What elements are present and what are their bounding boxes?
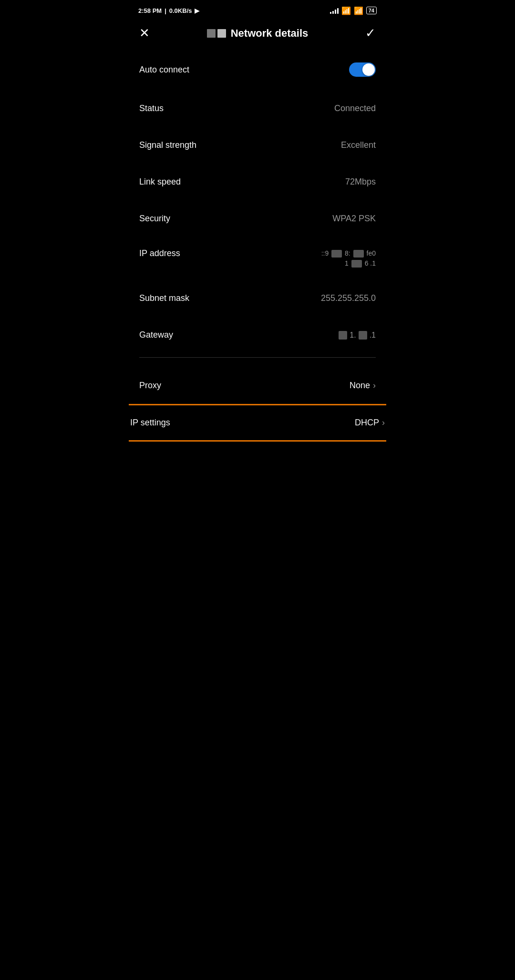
wifi-icon: 📶 [341, 6, 351, 15]
battery-level: 74 [369, 8, 374, 13]
page-header: ✕ Network details ✓ [129, 19, 386, 49]
time-label: 2:58 PM [138, 7, 162, 14]
header-title-area: Network details [207, 27, 309, 40]
status-row: Status Connected [139, 90, 376, 127]
status-bar-right: 📶 📶 74 [330, 6, 377, 15]
status-label: Status [139, 103, 164, 113]
bar2 [332, 11, 334, 14]
link-speed-label: Link speed [139, 177, 181, 187]
toggle-knob [362, 63, 375, 76]
subnet-mask-row: Subnet mask 255.255.255.0 [139, 280, 376, 317]
security-value: WPA2 PSK [332, 214, 376, 224]
proxy-label: Proxy [139, 381, 161, 391]
auto-connect-toggle[interactable] [349, 62, 376, 77]
status-bar-left: 2:58 PM | 0.0KB/s ▶ [138, 7, 199, 14]
signal-bars-icon [330, 7, 339, 14]
ip-settings-label: IP settings [130, 418, 170, 428]
gateway-value: 1. .1 [338, 331, 376, 340]
bar3 [335, 10, 336, 14]
page-title: Network details [231, 27, 309, 40]
speed-label: 0.0KB/s [169, 7, 192, 14]
section-divider [139, 357, 376, 358]
bar4 [337, 8, 339, 14]
network-icon [207, 29, 226, 38]
status-bar: 2:58 PM | 0.0KB/s ▶ 📶 📶 74 [129, 0, 386, 19]
signal-strength-value: Excellent [341, 140, 376, 150]
proxy-chevron-icon: › [373, 381, 376, 391]
ip-address-value: ::9 8: fe0 1 6 .1 [321, 248, 376, 268]
auto-connect-label: Auto connect [139, 65, 189, 75]
gateway-label: Gateway [139, 330, 173, 340]
network-details-content: Auto connect Status Connected Signal str… [129, 49, 386, 404]
ip-address-row: IP address ::9 8: fe0 1 6 .1 [139, 237, 376, 280]
link-speed-row: Link speed 72Mbps [139, 164, 376, 200]
wifi-icon-2: 📶 [354, 6, 363, 15]
proxy-value-area: None › [350, 381, 376, 391]
status-value: Connected [334, 103, 376, 113]
gateway-row: Gateway 1. .1 [139, 317, 376, 353]
confirm-button[interactable]: ✓ [365, 26, 376, 41]
security-label: Security [139, 214, 170, 224]
ip-address-label: IP address [139, 248, 180, 258]
close-button[interactable]: ✕ [139, 26, 150, 41]
security-row: Security WPA2 PSK [139, 200, 376, 237]
subnet-mask-value: 255.255.255.0 [321, 293, 376, 303]
video-icon: ▶ [195, 7, 199, 14]
square-2 [217, 29, 226, 38]
proxy-row[interactable]: Proxy None › [139, 367, 376, 404]
square-1 [207, 29, 216, 38]
signal-strength-row: Signal strength Excellent [139, 127, 376, 164]
signal-strength-label: Signal strength [139, 140, 196, 150]
ip-settings-chevron-icon: › [382, 418, 385, 428]
battery-indicator: 74 [366, 7, 377, 14]
separator: | [165, 7, 166, 14]
ip-settings-value: DHCP [355, 418, 379, 428]
auto-connect-row: Auto connect [139, 49, 376, 90]
proxy-value: None [350, 381, 370, 391]
ip-settings-value-area: DHCP › [355, 418, 385, 428]
subnet-mask-label: Subnet mask [139, 293, 189, 303]
ip-settings-row[interactable]: IP settings DHCP › [129, 404, 386, 442]
link-speed-value: 72Mbps [345, 177, 376, 187]
bar1 [330, 12, 331, 14]
